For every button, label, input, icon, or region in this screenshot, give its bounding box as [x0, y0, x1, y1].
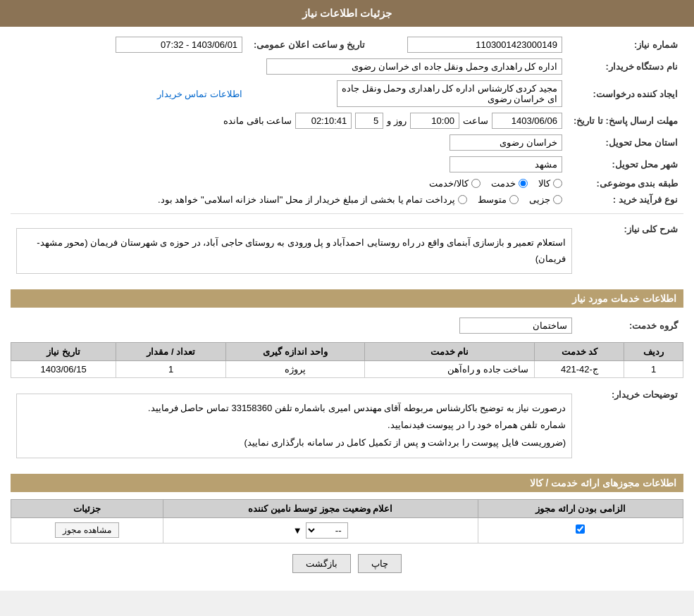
- action-row: چاپ بازگشت: [11, 543, 683, 584]
- permit-col-status: اعلام وضعیت مجوز توسط نامین کننده: [163, 499, 478, 517]
- process-type-radio-group: جزیی متوسط پرداخت تمام یا بخشی از مبلغ خ…: [16, 194, 562, 205]
- public-announce-label: تاریخ و ساعت اعلان عمومی:: [248, 34, 371, 56]
- col-service-name: نام خدمت: [364, 342, 534, 360]
- page-header: جزئیات اطلاعات نیاز: [0, 0, 694, 27]
- need-number-value: 1103001423000149: [407, 37, 562, 53]
- permit-status-arrow: ▼: [293, 525, 302, 536]
- remaining-label: ساعت باقی مانده: [223, 115, 292, 126]
- delivery-city-label: شهر محل تحویل:: [568, 153, 683, 175]
- view-permit-button[interactable]: مشاهده مجوز: [55, 522, 118, 538]
- col-date: تاریخ نیاز: [11, 342, 116, 360]
- service-info-header: اطلاعات خدمات مورد نیاز: [11, 289, 683, 308]
- category-kala-label: کالا: [538, 178, 550, 189]
- creator-label: ایجاد کننده درخواست:: [568, 77, 683, 110]
- page-title: جزئیات اطلاعات نیاز: [302, 7, 392, 19]
- buyer-notes-value: درصورت نیاز به توضیح باکارشناس مربوطه آق…: [16, 394, 572, 458]
- back-button[interactable]: بازگشت: [292, 554, 351, 573]
- cell-quantity: 1: [116, 360, 226, 377]
- service-table-row: 1 ج-42-421 ساخت جاده و راه‌آهن پروژه 1 1…: [11, 360, 683, 377]
- permit-required-cell: [478, 517, 683, 543]
- creator-value: مجید کردی کارشناس اداره کل راهداری وحمل …: [337, 80, 562, 107]
- need-number-label: شماره نیاز:: [568, 34, 683, 56]
- permit-row: -- ▼ مشاهده مجوز: [11, 517, 683, 543]
- delivery-city-value: مشهد: [450, 156, 562, 172]
- category-radio-group: کالا خدمت کالا/خدمت: [16, 178, 562, 189]
- need-description-value: استعلام تعمیر و بازسازی آبنمای واقع در ر…: [16, 228, 572, 274]
- service-table: ردیف کد خدمت نام خدمت واحد اندازه گیری ت…: [11, 342, 683, 378]
- category-label: طبقه بندی موضوعی:: [568, 175, 683, 191]
- category-khedmat-label: خدمت: [491, 178, 516, 189]
- category-option-both[interactable]: کالا/خدمت: [429, 178, 481, 189]
- process-type-special[interactable]: پرداخت تمام یا بخشی از مبلغ خریدار از مح…: [158, 194, 467, 205]
- buyer-org-value: اداره کل راهداری وحمل ونقل جاده ای خراسا…: [266, 58, 562, 75]
- response-remaining-value: 02:10:41: [295, 113, 352, 129]
- category-both-label: کالا/خدمت: [429, 178, 469, 189]
- col-row-num: ردیف: [624, 342, 683, 360]
- delivery-province-value: خراسان رضوی: [450, 134, 562, 151]
- cell-unit: پروژه: [226, 360, 365, 377]
- col-service-code: کد خدمت: [535, 342, 624, 360]
- response-deadline-label: مهلت ارسال پاسخ: تا تاریخ:: [568, 110, 683, 132]
- process-type-jozi[interactable]: جزیی: [529, 194, 562, 205]
- permit-details-cell: مشاهده مجوز: [11, 517, 163, 543]
- cell-row-num: 1: [624, 360, 683, 377]
- permit-col-required: الزامی بودن ارائه مجوز: [478, 499, 683, 517]
- response-days-value: 5: [355, 113, 383, 129]
- process-jozi-label: جزیی: [529, 194, 550, 205]
- service-group-value: ساختمان: [459, 318, 572, 334]
- delivery-province-label: استان محل تحویل:: [568, 132, 683, 153]
- process-type-motavaset[interactable]: متوسط: [478, 194, 519, 205]
- days-label: روز و: [387, 115, 407, 126]
- permit-table: الزامی بودن ارائه مجوز اعلام وضعیت مجوز …: [11, 499, 683, 543]
- permit-col-details: جزئیات: [11, 499, 163, 517]
- response-time-value: 10:00: [410, 113, 459, 129]
- permit-status-select[interactable]: --: [306, 522, 348, 539]
- print-button[interactable]: چاپ: [358, 554, 402, 573]
- col-unit: واحد اندازه گیری: [226, 342, 365, 360]
- category-option-kala[interactable]: کالا: [538, 178, 562, 189]
- service-group-label: گروه خدمت:: [578, 315, 683, 337]
- response-date-value: 1403/06/06: [492, 113, 562, 129]
- process-motavaset-label: متوسط: [478, 194, 507, 205]
- buyer-notes-label: توضیحات خریدار:: [578, 385, 683, 467]
- category-option-khedmat[interactable]: خدمت: [491, 178, 528, 189]
- need-description-label: شرح کلی نیاز:: [578, 220, 683, 282]
- permit-status-cell: -- ▼: [163, 517, 478, 543]
- col-quantity: تعداد / مقدار: [116, 342, 226, 360]
- time-label: ساعت: [463, 115, 488, 126]
- permit-required-checkbox[interactable]: [576, 524, 585, 534]
- cell-service-code: ج-42-421: [535, 360, 624, 377]
- permit-info-header: اطلاعات مجوزهای ارائه خدمت / کالا: [11, 474, 683, 492]
- public-announce-value: 1403/06/01 - 07:32: [116, 37, 242, 53]
- buyer-org-label: نام دستگاه خریدار:: [568, 56, 683, 77]
- cell-date: 1403/06/15: [11, 360, 116, 377]
- cell-service-name: ساخت جاده و راه‌آهن: [364, 360, 534, 377]
- creator-contact-link[interactable]: اطلاعات تماس خریدار: [157, 89, 242, 99]
- process-special-label: پرداخت تمام یا بخشی از مبلغ خریدار از مح…: [158, 194, 455, 205]
- process-type-label: نوع فرآیند خرید :: [568, 191, 683, 208]
